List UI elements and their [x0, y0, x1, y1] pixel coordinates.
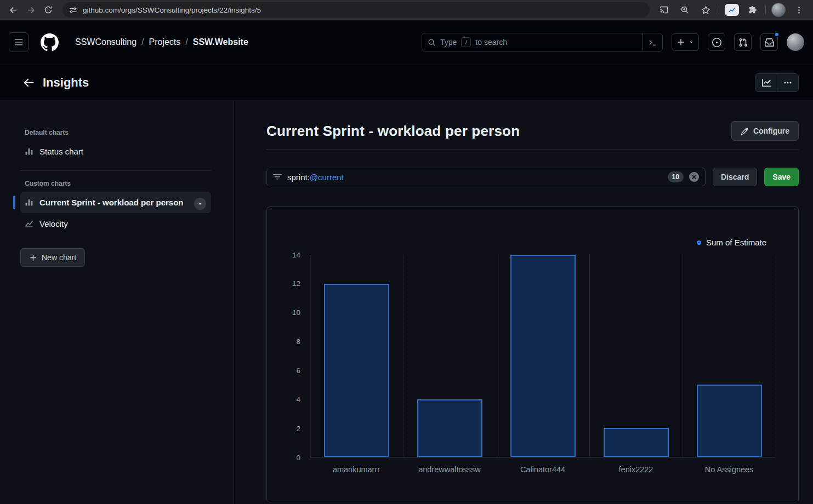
browser-reload-button[interactable]	[41, 2, 56, 18]
pencil-icon	[741, 127, 749, 135]
y-tick-label: 2	[296, 425, 300, 432]
active-indicator	[13, 196, 15, 209]
gridline	[589, 255, 590, 457]
hamburger-menu-button[interactable]	[9, 32, 29, 52]
legend-marker-icon	[697, 240, 701, 245]
gridline	[310, 255, 311, 457]
browser-menu-icon[interactable]	[791, 2, 806, 18]
sidebar-item-velocity[interactable]: Velocity	[20, 213, 211, 234]
x-tick-label: fenix2222	[589, 465, 683, 474]
graph-icon	[762, 78, 771, 87]
save-button[interactable]: Save	[764, 168, 799, 186]
line-chart-icon	[25, 219, 33, 228]
create-new-button[interactable]	[672, 33, 699, 51]
x-tick-label: Calinator444	[496, 465, 589, 474]
discard-button[interactable]: Discard	[713, 168, 757, 186]
notification-dot	[774, 32, 780, 37]
gridline	[403, 255, 404, 457]
new-chart-label: New chart	[42, 253, 76, 262]
toolbar-divider	[765, 5, 766, 14]
filter-value: @current	[310, 173, 344, 182]
filter-input[interactable]: sprint:@current 10	[266, 168, 706, 186]
more-options-button[interactable]	[777, 74, 798, 91]
y-tick-label: 14	[292, 251, 300, 259]
inbox-icon	[765, 38, 774, 47]
address-bar[interactable]: github.com/orgs/SSWConsulting/projects/2…	[62, 2, 650, 18]
sidebar: Default charts Status chart Custom chart…	[0, 100, 234, 504]
gridline	[776, 255, 776, 457]
user-avatar[interactable]	[787, 33, 804, 51]
chart-options-button[interactable]	[194, 198, 206, 210]
section-label-default-charts: Default charts	[20, 129, 211, 136]
url-text: github.com/orgs/SSWConsulting/projects/2…	[83, 6, 261, 14]
bar-No Assignees[interactable]	[697, 385, 762, 457]
new-chart-button[interactable]: New chart	[20, 248, 85, 267]
issue-opened-icon	[712, 38, 721, 47]
github-header: SSWConsulting / Projects / SSW.Website T…	[0, 20, 813, 65]
bar-Calinator444[interactable]	[510, 255, 576, 457]
y-axis: 02468101214	[267, 255, 305, 457]
sidebar-item-label: Velocity	[39, 218, 68, 230]
legend-label: Sum of Estimate	[706, 238, 766, 247]
insights-view-controls	[755, 73, 799, 92]
hamburger-icon	[14, 38, 23, 47]
breadcrumb-org[interactable]: SSWConsulting	[75, 37, 137, 47]
x-circle-fill-icon	[689, 172, 699, 182]
search-placeholder-prefix: Type	[440, 38, 457, 47]
github-header-actions	[672, 33, 804, 51]
browser-back-button[interactable]	[5, 2, 21, 18]
filter-result-count-badge: 10	[668, 171, 684, 182]
bar-andrewwaltosssw[interactable]	[417, 399, 482, 457]
inbox-button[interactable]	[760, 33, 778, 51]
extensions-puzzle-icon[interactable]	[744, 2, 760, 18]
bar-fenix2222[interactable]	[604, 428, 669, 457]
breadcrumb-project-name[interactable]: SSW.Website	[193, 37, 248, 47]
slash-key-hint: /	[461, 37, 471, 47]
y-tick-label: 12	[292, 280, 300, 288]
bookmark-star-icon[interactable]	[698, 2, 713, 18]
sidebar-divider	[20, 170, 211, 171]
bar-chart-icon	[25, 198, 33, 207]
clear-filter-button[interactable]	[689, 172, 699, 182]
plus-icon	[676, 38, 685, 47]
insights-header: Insights	[0, 65, 813, 100]
site-settings-icon[interactable]	[69, 6, 77, 14]
browser-toolbar-right	[656, 2, 808, 18]
breadcrumb-projects[interactable]: Projects	[149, 37, 181, 47]
y-tick-label: 8	[296, 338, 300, 346]
command-palette-icon[interactable]	[643, 33, 662, 51]
browser-forward-button[interactable]	[23, 2, 38, 18]
configure-button[interactable]: Configure	[731, 121, 799, 141]
plot-area	[310, 255, 776, 457]
page-title: Insights	[43, 76, 89, 90]
sidebar-item-label: Status chart	[39, 146, 83, 157]
filter-icon	[273, 173, 282, 181]
y-tick-label: 6	[296, 367, 300, 375]
sidebar-item-label: Current Sprint - workload per person	[39, 197, 184, 208]
browser-profile-avatar[interactable]	[771, 3, 786, 17]
y-tick-label: 4	[296, 396, 300, 404]
title-divider	[266, 149, 799, 150]
sidebar-item-status-chart[interactable]: Status chart	[20, 141, 211, 162]
breadcrumb-separator: /	[185, 37, 187, 47]
save-label: Save	[772, 173, 791, 181]
sidebar-item-current-sprint-chart[interactable]: Current Sprint - workload per person	[20, 192, 211, 213]
gridline	[497, 255, 497, 457]
pull-requests-button[interactable]	[734, 33, 752, 51]
browser-chrome: github.com/orgs/SSWConsulting/projects/2…	[0, 0, 813, 20]
zoom-icon[interactable]	[677, 2, 692, 18]
y-tick-label: 0	[296, 454, 300, 461]
back-arrow-icon[interactable]	[23, 77, 35, 89]
plus-icon	[29, 254, 37, 262]
filter-key: sprint:	[287, 173, 310, 182]
bar-amankumarrr[interactable]	[324, 284, 389, 457]
cast-icon[interactable]	[656, 2, 672, 18]
x-tick-label: No Assignees	[683, 465, 776, 474]
chart-extension-icon[interactable]	[725, 4, 739, 16]
global-search-input[interactable]: Type / to search	[422, 33, 663, 51]
chart-view-button[interactable]	[755, 74, 777, 91]
issues-button[interactable]	[708, 33, 725, 51]
github-logo-icon[interactable]	[41, 33, 59, 51]
filter-query: sprint:@current	[287, 173, 344, 182]
breadcrumb: SSWConsulting / Projects / SSW.Website	[75, 37, 248, 47]
